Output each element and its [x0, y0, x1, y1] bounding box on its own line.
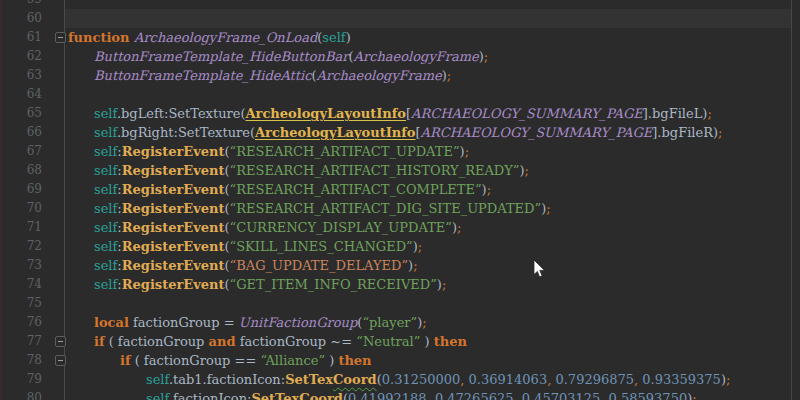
code-token-ygl: ArcheologyLayoutInfo [255, 125, 416, 140]
code-token-slf: self [146, 391, 169, 400]
mouse-cursor-icon [533, 259, 547, 280]
code-token-pun: ; [457, 220, 461, 235]
code-token-num: 0.45703125 [522, 391, 601, 400]
code-token-pun: ; [418, 239, 422, 254]
scrollbar-track[interactable] [791, 0, 800, 400]
code-token-kw: function [68, 30, 134, 45]
fold-marker-icon[interactable] [55, 355, 66, 366]
code-token-mth: RegisterEvent [122, 201, 225, 216]
code-token-mthw: Coord [333, 372, 377, 387]
code-token-pun: ; [718, 125, 722, 140]
code-token-slf: self [322, 30, 345, 45]
code-token-glob: ArchaeologyFrame [317, 68, 442, 83]
code-token-pun: ; [692, 391, 696, 400]
code-token-slf: self [94, 277, 117, 292]
code-token-pun: ; [525, 163, 529, 178]
code-token-def: ].bgFileL) [643, 106, 708, 121]
code-line-65[interactable]: self.bgLeft:SetTexture(ArcheologyLayoutI… [94, 104, 712, 123]
current-line-highlight [65, 9, 792, 28]
fold-marker-icon[interactable] [55, 32, 66, 43]
code-token-slf: self [94, 258, 117, 273]
code-token-def: ) [346, 30, 351, 45]
code-token-num: 0.36914063 [469, 372, 548, 387]
code-token-def: .bgLeft:SetTexture( [117, 106, 246, 121]
code-token-def: ) [420, 334, 433, 349]
code-token-pun: ; [413, 258, 417, 273]
fold-marker-icon[interactable] [55, 336, 66, 347]
code-token-num: 0.47265625 [435, 391, 514, 400]
code-token-mth: RegisterEvent [122, 258, 225, 273]
code-token-ygl: ArcheologyLayoutInfo [245, 106, 406, 121]
code-token-kw: then [338, 353, 371, 368]
code-line-72[interactable]: self:RegisterEvent(“SKILL_LINES_CHANGED”… [94, 237, 422, 256]
code-token-mth: RegisterEvent [122, 277, 225, 292]
code-line-61[interactable]: function ArchaeologyFrame_OnLoad(self) [68, 28, 351, 47]
code-token-str: “GET_ITEM_INFO_RECEIVED” [230, 277, 437, 292]
code-token-pun: ; [422, 315, 426, 330]
code-token-pun: ; [442, 277, 446, 292]
code-token-mthw: Coord [299, 391, 343, 400]
code-editor-window: 5960616263646566676869707172737475767778… [0, 0, 800, 400]
code-token-str: “Neutral” [356, 334, 420, 349]
code-line-77[interactable]: if ( factionGroup and factionGroup ~= “N… [94, 332, 467, 351]
code-token-def: factionGroup = [129, 315, 239, 330]
code-token-slf: self [94, 163, 117, 178]
code-line-76[interactable]: local factionGroup = UnitFactionGroup(“p… [94, 313, 427, 332]
code-token-slf: self [94, 144, 117, 159]
code-token-str: “RESEARCH_ARTIFACT_HISTORY_READY” [230, 163, 520, 178]
code-token-slf: self [94, 125, 117, 140]
code-line-71[interactable]: self:RegisterEvent(“CURRENCY_DISPLAY_UPD… [94, 218, 461, 237]
code-token-str: “CURRENCY_DISPLAY_UPDATE” [230, 220, 452, 235]
code-token-slf: self [94, 182, 117, 197]
code-token-num: 0.41992188 [348, 391, 427, 400]
code-line-69[interactable]: self:RegisterEvent(“RESEARCH_ARTIFACT_CO… [94, 180, 491, 199]
code-token-def: factionGroup ~= [236, 334, 357, 349]
code-token-def: .bgRight:SetTexture( [117, 125, 255, 140]
code-line-78[interactable]: if ( factionGroup == “Alliance” ) then [120, 351, 372, 370]
code-token-mth: SetTex [285, 372, 333, 387]
code-area[interactable]: function ArchaeologyFrame_OnLoad(self)Bu… [0, 0, 800, 400]
code-token-pun: ; [447, 68, 451, 83]
code-line-63[interactable]: ButtonFrameTemplate_HideAttic(Archaeolog… [94, 66, 451, 85]
code-token-glob: UnitFactionGroup [239, 315, 358, 330]
code-token-def: ) [325, 353, 338, 368]
code-line-79[interactable]: self.tab1.factionIcon:SetTexCoord(0.3125… [146, 370, 730, 389]
code-token-strw: “BAG_UPDATE_DELAYED” [230, 258, 408, 273]
code-token-glob: ArchaeologyFrame_OnLoad [134, 30, 317, 45]
code-token-num: 0.31250000 [382, 372, 461, 387]
code-token-pun: ; [484, 49, 488, 64]
code-line-73[interactable]: self:RegisterEvent(“BAG_UPDATE_DELAYED”)… [94, 256, 418, 275]
code-line-74[interactable]: self:RegisterEvent(“GET_ITEM_INFO_RECEIV… [94, 275, 446, 294]
code-token-def: ( factionGroup [105, 334, 209, 349]
code-token-def: ].bgFileR) [652, 125, 718, 140]
code-line-80[interactable]: self.factionIcon:SetTexCoord(0.41992188,… [146, 389, 697, 400]
code-token-pun: ; [465, 144, 469, 159]
code-token-glob: ARCHAEOLOGY_SUMMARY_PAGE [411, 106, 643, 121]
code-token-mth: RegisterEvent [122, 182, 225, 197]
code-token-num: 0.93359375 [642, 372, 721, 387]
code-token-str: “RESEARCH_ARTIFACT_COMPLETE” [230, 182, 482, 197]
code-token-str: “SKILL_LINES_CHANGED” [230, 239, 413, 254]
code-line-66[interactable]: self.bgRight:SetTexture(ArcheologyLayout… [94, 123, 722, 142]
code-line-70[interactable]: self:RegisterEvent(“RESEARCH_ARTIFACT_DI… [94, 199, 551, 218]
code-token-glob: ButtonFrameTemplate_HideAttic [94, 68, 311, 83]
code-token-slf: self [94, 239, 117, 254]
code-token-slf: self [94, 106, 117, 121]
code-token-glob: ArchaeologyFrame [354, 49, 479, 64]
code-token-def: .factionIcon: [169, 391, 252, 400]
code-token-def: ( factionGroup == [131, 353, 261, 368]
code-token-kw: if [120, 353, 131, 368]
code-token-str: “RESEARCH_ARTIFACT_DIG_SITE_UPDATED” [230, 201, 542, 216]
code-token-glob: ButtonFrameTemplate_HideButtonBar [94, 49, 349, 64]
code-token-kw: then [434, 334, 467, 349]
code-line-62[interactable]: ButtonFrameTemplate_HideButtonBar(Archae… [94, 47, 488, 66]
code-token-def: .tab1.factionIcon: [169, 372, 285, 387]
code-token-pun: ; [726, 372, 730, 387]
code-line-67[interactable]: self:RegisterEvent(“RESEARCH_ARTIFACT_UP… [94, 142, 469, 161]
code-line-68[interactable]: self:RegisterEvent(“RESEARCH_ARTIFACT_HI… [94, 161, 529, 180]
code-token-slf: self [94, 201, 117, 216]
code-token-kw: local [94, 315, 129, 330]
code-token-pun: ; [707, 106, 711, 121]
code-token-str: “RESEARCH_ARTIFACT_UPDATE” [230, 144, 460, 159]
code-token-mth: RegisterEvent [122, 163, 225, 178]
